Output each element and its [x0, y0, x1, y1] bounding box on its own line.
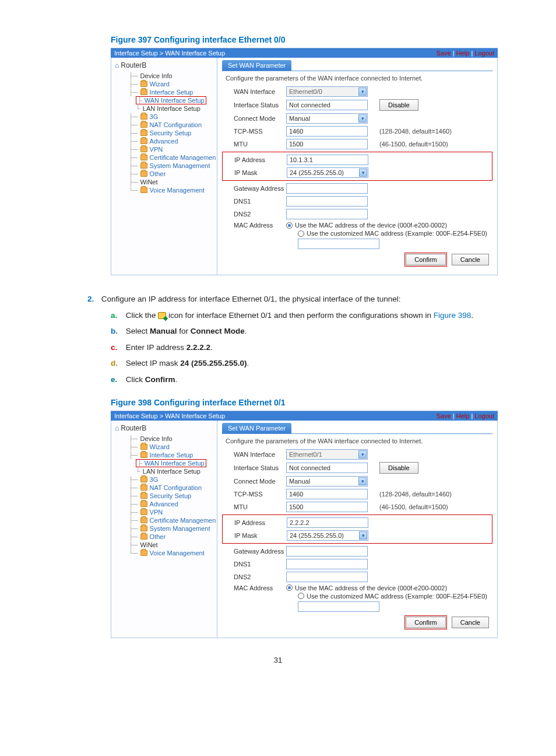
row-wan-interface: WAN Interface Ethernet0/0▾: [222, 85, 492, 98]
nav-sysmgmt[interactable]: ├─System Management: [129, 524, 217, 533]
nav-interface-setup[interactable]: ├─Interface Setup: [129, 451, 217, 459]
mac-radio-custom[interactable]: [298, 593, 304, 599]
ip-address-input[interactable]: 2.2.2.2: [287, 517, 368, 528]
label-wan-interface: WAN Interface: [222, 88, 286, 95]
label-dns1: DNS1: [222, 198, 286, 205]
gateway-input[interactable]: [286, 546, 368, 556]
edit-icon: [158, 312, 166, 319]
mac-radio-custom[interactable]: [298, 230, 304, 237]
mac-radio-custom-label: Use the customized MAC address (Example:…: [307, 230, 487, 237]
nav-cert[interactable]: ├─Certificate Managemen: [129, 153, 217, 162]
dns1-input[interactable]: [286, 559, 368, 569]
figure-398-link[interactable]: Figure 398: [434, 311, 471, 320]
mac-custom-input[interactable]: [298, 239, 379, 249]
folder-icon: [140, 509, 147, 515]
hostname: RouterB: [115, 424, 217, 432]
nav-tree: RouterB ├─Device Info ├─Wizard ├─Interfa…: [111, 58, 217, 275]
nav-nat[interactable]: ├─NAT Configuration: [129, 484, 217, 492]
nav-3g[interactable]: ├─3G: [129, 113, 217, 121]
nav-device-info[interactable]: ├─Device Info: [129, 72, 217, 80]
disable-button[interactable]: Disable: [379, 462, 418, 474]
dns1-input[interactable]: [286, 196, 368, 206]
ip-mask-select[interactable]: 24 (255.255.255.0)▾: [287, 530, 368, 541]
nav-lan-interface-setup[interactable]: └LAN Interface Setup: [136, 104, 217, 113]
confirm-button[interactable]: Confirm: [406, 254, 446, 265]
label-ip-mask: IP Mask: [223, 169, 287, 176]
cancel-button[interactable]: Cancle: [452, 254, 489, 265]
nav-3g[interactable]: ├─3G: [129, 475, 217, 484]
label-mtu: MTU: [222, 503, 286, 510]
row-interface-status: Interface Status Not connected Disable: [222, 98, 492, 112]
nav-wizard[interactable]: ├─Wizard: [129, 80, 217, 88]
confirm-button[interactable]: Confirm: [406, 617, 446, 628]
nav-voice[interactable]: └─Voice Management: [129, 549, 217, 557]
nav-wizard[interactable]: ├─Wizard: [129, 443, 217, 451]
nav-other[interactable]: ├─Other: [129, 170, 217, 178]
nav-vpn[interactable]: ├─VPN: [129, 145, 217, 153]
label-tcp-mss: TCP-MSS: [222, 128, 286, 135]
dns2-input[interactable]: [286, 209, 368, 219]
help-link[interactable]: Help: [456, 412, 470, 419]
help-link[interactable]: Help: [456, 50, 470, 57]
nav-cert[interactable]: ├─Certificate Managemen: [129, 516, 217, 524]
label-tcp-mss: TCP-MSS: [222, 491, 286, 498]
mtu-input[interactable]: 1500: [286, 502, 368, 512]
nav-interface-setup[interactable]: ├─Interface Setup: [129, 88, 217, 96]
mac-radio-device[interactable]: [286, 222, 293, 229]
folder-icon: [140, 477, 147, 482]
nav-nat[interactable]: ├─NAT Configuration: [129, 121, 217, 129]
tcp-mss-hint: (128-2048, default=1460): [374, 128, 452, 135]
cancel-button[interactable]: Cancle: [452, 617, 489, 628]
substep-b: b. Select Manual for Connect Mode.: [111, 325, 521, 338]
wan-interface-select[interactable]: Ethernet0/1▾: [286, 449, 368, 460]
mtu-input[interactable]: 1500: [286, 139, 368, 149]
label-dns2: DNS2: [222, 573, 286, 580]
logout-link[interactable]: Logout: [474, 412, 494, 419]
nav-sysmgmt[interactable]: ├─System Management: [129, 162, 217, 170]
row-ip-mask: IP Mask 24 (255.255.255.0)▾: [223, 166, 492, 179]
nav-winet[interactable]: ├─WiNet: [129, 178, 217, 186]
wan-interface-select[interactable]: Ethernet0/0▾: [286, 86, 368, 97]
logout-link[interactable]: Logout: [474, 50, 494, 57]
nav-security[interactable]: ├─Security Setup: [129, 492, 217, 500]
dns2-input[interactable]: [286, 572, 368, 582]
nav-advanced[interactable]: ├─Advanced: [129, 500, 217, 508]
nav-voice[interactable]: └─Voice Management: [129, 186, 217, 194]
mac-radio-device[interactable]: [286, 584, 293, 591]
connect-mode-select[interactable]: Manual▾: [286, 113, 368, 124]
form-panel: Set WAN Parameter Configure the paramete…: [217, 58, 497, 275]
chevron-down-icon: ▾: [358, 477, 367, 485]
nav-lan-interface-setup[interactable]: └LAN Interface Setup: [136, 467, 217, 475]
figure-397-screenshot: Interface Setup > WAN Interface Setup Sa…: [111, 48, 498, 275]
nav-device-info[interactable]: ├─Device Info: [129, 435, 217, 443]
label-ip-mask: IP Mask: [223, 532, 287, 539]
gateway-input[interactable]: [286, 183, 368, 194]
folder-icon: [140, 534, 147, 540]
nav-wan-interface-setup[interactable]: ├WAN Interface Setup: [136, 459, 206, 467]
form-description: Configure the parameters of the WAN inte…: [226, 75, 492, 82]
tcp-mss-input[interactable]: 1460: [286, 489, 368, 499]
disable-button[interactable]: Disable: [379, 99, 418, 111]
row-connect-mode: Connect Mode Manual▾: [222, 475, 492, 488]
breadcrumb-bar: Interface Setup > WAN Interface Setup Sa…: [111, 48, 498, 58]
step-number: 2.: [87, 293, 99, 306]
mac-custom-input[interactable]: [298, 601, 379, 612]
nav-advanced[interactable]: ├─Advanced: [129, 137, 217, 145]
ip-mask-select[interactable]: 24 (255.255.255.0)▾: [287, 167, 368, 178]
folder-icon: [140, 114, 147, 120]
folder-icon: [140, 89, 147, 95]
save-link[interactable]: Save: [437, 412, 451, 419]
nav-security[interactable]: ├─Security Setup: [129, 129, 217, 137]
tab-set-wan-parameter[interactable]: Set WAN Parameter: [222, 60, 291, 71]
tab-set-wan-parameter[interactable]: Set WAN Parameter: [222, 423, 291, 433]
nav-wan-interface-setup[interactable]: ├WAN Interface Setup: [136, 96, 206, 104]
connect-mode-select[interactable]: Manual▾: [286, 476, 368, 487]
nav-other[interactable]: ├─Other: [129, 533, 217, 541]
nav-vpn[interactable]: ├─VPN: [129, 508, 217, 516]
label-mtu: MTU: [222, 141, 286, 148]
ip-address-input[interactable]: 10.1.3.1: [287, 155, 368, 165]
folder-icon: [140, 493, 147, 499]
tcp-mss-input[interactable]: 1460: [286, 126, 368, 136]
save-link[interactable]: Save: [437, 50, 451, 57]
nav-winet[interactable]: ├─WiNet: [129, 541, 217, 549]
